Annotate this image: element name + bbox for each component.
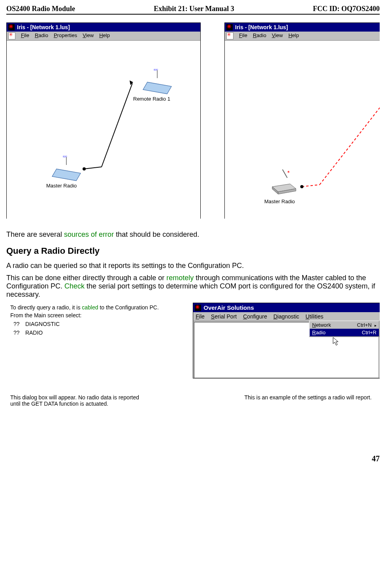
menu-file[interactable]: File xyxy=(196,313,205,320)
menu-icon[interactable] xyxy=(8,32,15,39)
submenu-arrow-icon: ▸ xyxy=(375,323,377,328)
svg-line-4 xyxy=(320,104,380,185)
signal-icon: ✶ xyxy=(287,170,290,174)
menu-view[interactable]: View xyxy=(272,32,283,39)
screenshot-right: Iris - [Network 1.lus] File Radio View H… xyxy=(224,22,380,219)
header-right: FCC ID: OQ7OS2400 xyxy=(313,5,380,13)
canvas: ≈≈ Remote Radio 1 ≈≈ Master Radio xyxy=(7,41,200,219)
link-check[interactable]: Check xyxy=(64,282,85,290)
menubar: File Radio Properties View Help xyxy=(7,32,200,41)
antenna-icon xyxy=(66,157,67,165)
svg-point-5 xyxy=(300,185,303,188)
page-number: 47 xyxy=(6,454,380,463)
window-title: Iris - [Network 1.lus] xyxy=(17,24,70,30)
menu-view[interactable]: View xyxy=(83,32,94,39)
section-heading: Query a Radio Directly xyxy=(6,246,380,256)
screenshot-row: Iris - [Network 1.lus] File Radio Proper… xyxy=(6,22,380,219)
header-center: Exhibit 21: User Manual 3 xyxy=(154,5,234,13)
master-radio-label: Master Radio xyxy=(264,198,295,204)
text: To directly query a radio, it is xyxy=(10,304,82,311)
shortcut-text: Ctrl+N xyxy=(357,322,372,328)
bullet-item: ?? DIAGNOSTIC xyxy=(10,321,185,327)
note-right: This is an example of the settings a rad… xyxy=(245,394,380,407)
link-remotely[interactable]: remotely xyxy=(166,274,194,282)
note-left: This dialog box will appear. No radio da… xyxy=(10,394,146,407)
paragraph: A radio can be queried so that it report… xyxy=(6,262,380,270)
svg-line-1 xyxy=(102,83,132,167)
svg-point-2 xyxy=(83,167,86,170)
master-radio-icon: ≈≈ xyxy=(54,163,82,179)
menu-radio[interactable]: Radio xyxy=(35,32,48,39)
menu-radio[interactable]: Radio xyxy=(253,32,266,39)
screenshot-left: Iris - [Network 1.lus] File Radio Proper… xyxy=(6,22,201,219)
window-title: Iris - [Network 1.lus] xyxy=(235,24,288,30)
master-radio-label: Master Radio xyxy=(46,183,77,189)
link-cabled[interactable]: cabled xyxy=(82,304,98,311)
app-icon xyxy=(226,24,233,30)
dropdown-item-network[interactable]: Network Ctrl+N ▸ xyxy=(310,321,379,329)
svg-line-0 xyxy=(84,167,102,169)
menubar: File Radio View Help xyxy=(225,32,380,41)
link-sources-of-error[interactable]: sources of error xyxy=(64,230,114,238)
diagnostic-screenshot: OverAir Solutions File Serial Port Confi… xyxy=(193,303,380,378)
text: that should be considered. xyxy=(114,230,199,238)
menu-properties[interactable]: Properties xyxy=(54,32,77,39)
titlebar: OverAir Solutions xyxy=(193,303,380,312)
page-header: OS2400 Radio Module Exhibit 21: User Man… xyxy=(6,5,380,15)
bottom-notes: This dialog box will appear. No radio da… xyxy=(6,394,380,407)
bullet-marker: ?? xyxy=(13,330,24,336)
menu-serial-port[interactable]: Serial Port xyxy=(211,313,237,320)
menu-help[interactable]: Help xyxy=(99,32,110,39)
window-title: OverAir Solutions xyxy=(203,304,254,311)
instruction-line: To directly query a radio, it is cabled … xyxy=(10,304,185,311)
instructions-text: To directly query a radio, it is cabled … xyxy=(6,303,185,378)
dashed-link-icon xyxy=(225,41,380,218)
menu-utilities[interactable]: Utilities xyxy=(305,313,323,320)
titlebar: Iris - [Network 1.lus] xyxy=(225,23,380,32)
paragraph: This can be done either directly through… xyxy=(6,274,380,299)
text: There are several xyxy=(6,230,64,238)
instructions-row: To directly query a radio, it is cabled … xyxy=(6,303,380,378)
svg-line-3 xyxy=(302,185,320,187)
dropdown-item-radio[interactable]: Radio Ctrl+R xyxy=(310,329,379,336)
titlebar: Iris - [Network 1.lus] xyxy=(7,23,200,32)
link-line-icon xyxy=(7,41,200,218)
bullet-label: RADIO xyxy=(25,330,43,336)
text: This can be done either directly through… xyxy=(6,274,166,282)
app-icon xyxy=(195,305,201,311)
menu-icon[interactable] xyxy=(226,32,233,39)
bullet-marker: ?? xyxy=(13,321,24,327)
cursor-icon xyxy=(332,337,340,348)
menubar: File Serial Port Configure Diagnostic Ut… xyxy=(193,312,380,321)
menu-file[interactable]: File xyxy=(21,32,29,39)
text: to the Configuration PC. xyxy=(98,304,159,311)
menu-file[interactable]: File xyxy=(239,32,247,39)
shortcut-text: Ctrl+R xyxy=(362,330,377,335)
radio-base-icon xyxy=(270,177,298,197)
menu-configure[interactable]: Configure xyxy=(243,313,267,320)
menu-diagnostic[interactable]: Diagnostic xyxy=(273,313,299,320)
bullet-item: ?? RADIO xyxy=(10,330,185,336)
bullet-label: DIAGNOSTIC xyxy=(25,321,60,327)
master-radio-icon: ✶ xyxy=(270,177,298,193)
instruction-line: From the Main screen select: xyxy=(10,312,185,318)
header-left: OS2400 Radio Module xyxy=(6,5,75,13)
app-icon xyxy=(8,24,15,30)
intro-paragraph: There are several sources of error that … xyxy=(6,230,380,239)
dropdown-menu: Network Ctrl+N ▸ Radio Ctrl+R xyxy=(309,320,380,337)
canvas: ✶ Master Radio xyxy=(225,41,380,219)
menu-help[interactable]: Help xyxy=(288,32,299,39)
